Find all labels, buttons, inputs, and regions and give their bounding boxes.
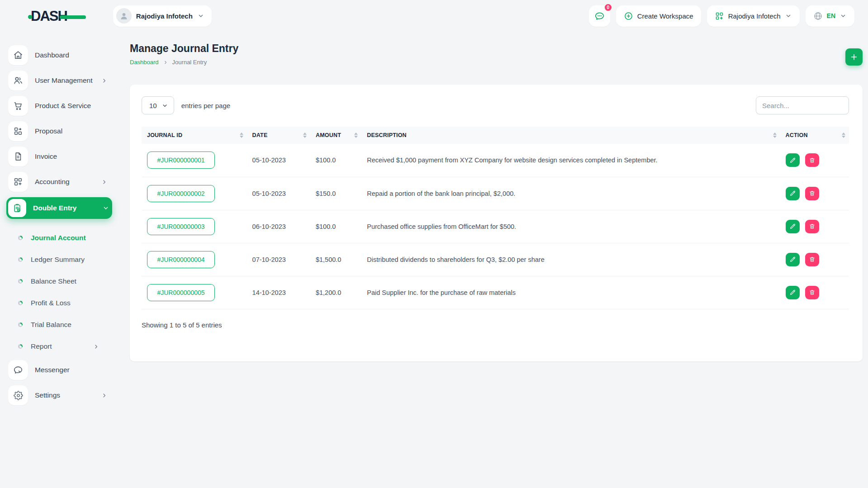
chevron-down-icon xyxy=(840,12,847,19)
sidebar-item-dashboard[interactable]: Dashboard xyxy=(8,45,110,65)
journal-description: Repaid a portion of the bank loan princi… xyxy=(361,177,780,210)
messenger-icon xyxy=(8,360,28,380)
column-header-label: DESCRIPTION xyxy=(367,132,407,138)
person-icon xyxy=(119,11,129,21)
edit-button[interactable] xyxy=(786,286,800,299)
bullet-icon xyxy=(18,322,23,327)
sidebar: DashboardUser ManagementProduct & Servic… xyxy=(0,32,119,411)
journal-date: 14-10-2023 xyxy=(247,276,310,309)
delete-button[interactable] xyxy=(805,253,819,266)
sidebar-item-accounting[interactable]: Accounting xyxy=(8,172,110,192)
journal-date: 07-10-2023 xyxy=(247,243,310,276)
pencil-icon xyxy=(789,289,796,296)
trash-icon xyxy=(809,289,816,296)
sidebar-item-label: Messenger xyxy=(35,366,70,374)
chevron-right-icon xyxy=(101,77,108,84)
workspace-name: Rajodiya Infotech xyxy=(136,12,193,20)
sidebar-item-label: Dashboard xyxy=(35,51,69,59)
edit-button[interactable] xyxy=(786,220,800,233)
home-icon xyxy=(8,45,28,65)
column-header-date: DATE xyxy=(247,127,310,144)
double-entry-icon xyxy=(8,199,26,217)
journal-amount: $1,200.0 xyxy=(310,276,361,309)
bullet-icon xyxy=(18,344,23,349)
create-workspace-button[interactable]: Create Workspace xyxy=(616,5,701,27)
journal-amount: $100.0 xyxy=(310,144,361,177)
workspace-selector[interactable]: Rajodiya Infotech xyxy=(113,5,212,27)
column-header-journal-id: JOURNAL ID xyxy=(142,127,247,144)
delete-button[interactable] xyxy=(805,286,819,299)
journal-description: Paid Supplier Inc. for the purchase of r… xyxy=(361,276,780,309)
journal-entries-table: JOURNAL IDDATEAMOUNTDESCRIPTIONACTION #J… xyxy=(142,127,849,309)
trash-icon xyxy=(809,256,816,263)
sidebar-item-user-management[interactable]: User Management xyxy=(8,71,110,90)
delete-button[interactable] xyxy=(805,220,819,233)
journal-description: Received $1,000 payment from XYZ Company… xyxy=(361,144,780,177)
sidebar-item-double-entry[interactable]: Double Entry xyxy=(6,197,112,219)
journal-id-badge[interactable]: #JUR000000004 xyxy=(147,251,215,268)
chevron-right-icon xyxy=(93,343,100,350)
sidebar-subitem-label: Balance Sheet xyxy=(31,277,76,285)
edit-button[interactable] xyxy=(786,153,800,167)
sidebar-item-settings[interactable]: Settings xyxy=(8,385,110,405)
journal-date: 06-10-2023 xyxy=(247,210,310,243)
sort-icon[interactable] xyxy=(240,133,243,138)
sidebar-subitem-label: Trial Balance xyxy=(31,321,71,329)
edit-button[interactable] xyxy=(786,187,800,200)
sidebar-subitem-profit-loss[interactable]: Profit & Loss xyxy=(8,292,110,314)
breadcrumb-dashboard-link[interactable]: Dashboard xyxy=(130,59,159,66)
trash-icon xyxy=(809,223,816,230)
sidebar-subitem-trial-balance[interactable]: Trial Balance xyxy=(8,314,110,336)
chevron-down-icon xyxy=(102,204,109,212)
sidebar-subitem-label: Ledger Summary xyxy=(31,256,85,264)
sidebar-item-label: User Management xyxy=(35,76,93,85)
sort-icon[interactable] xyxy=(303,133,307,138)
sidebar-subitem-label: Profit & Loss xyxy=(31,299,71,307)
search-input[interactable] xyxy=(756,96,849,114)
column-header-label: AMOUNT xyxy=(316,132,341,138)
company-selector[interactable]: Rajodiya Infotech xyxy=(707,5,800,27)
sidebar-subitem-report[interactable]: Report xyxy=(8,336,110,357)
sidebar-subitem-ledger-summary[interactable]: Ledger Summary xyxy=(8,249,110,270)
journal-description: Purchased office supplies from OfficeMar… xyxy=(361,210,780,243)
sidebar-item-invoice[interactable]: Invoice xyxy=(8,147,110,166)
app-logo: DASH xyxy=(31,9,83,23)
delete-button[interactable] xyxy=(805,153,819,167)
edit-button[interactable] xyxy=(786,253,800,266)
settings-icon xyxy=(8,385,28,405)
breadcrumb: Dashboard Journal Entry xyxy=(130,59,238,66)
sidebar-subitem-label: Journal Account xyxy=(31,234,86,242)
sidebar-item-messenger[interactable]: Messenger xyxy=(8,360,110,380)
trash-icon xyxy=(809,190,816,197)
sidebar-item-product-service[interactable]: Product & Service xyxy=(8,96,110,116)
globe-icon xyxy=(813,11,823,21)
plus-icon xyxy=(849,52,859,62)
page-size-select[interactable]: 10 xyxy=(142,96,174,114)
sidebar-subitem-journal-account[interactable]: Journal Account xyxy=(8,227,110,249)
logo-dot xyxy=(28,15,32,19)
pencil-icon xyxy=(789,190,796,197)
sidebar-subitem-balance-sheet[interactable]: Balance Sheet xyxy=(8,270,110,292)
sidebar-item-label: Product & Service xyxy=(35,102,91,110)
sort-icon[interactable] xyxy=(842,133,845,138)
table-row: #JUR00000000205-10-2023$150.0Repaid a po… xyxy=(142,177,849,210)
sort-icon[interactable] xyxy=(354,133,358,138)
chevron-down-icon xyxy=(785,12,792,19)
create-workspace-label: Create Workspace xyxy=(637,12,693,20)
sidebar-item-label: Settings xyxy=(35,391,60,399)
journal-id-badge[interactable]: #JUR000000005 xyxy=(147,284,215,301)
sidebar-item-proposal[interactable]: Proposal xyxy=(8,121,110,141)
sidebar-item-label: Accounting xyxy=(35,178,70,186)
journal-id-badge[interactable]: #JUR000000003 xyxy=(147,218,215,235)
sort-icon[interactable] xyxy=(773,133,777,138)
pencil-icon xyxy=(789,223,796,230)
messages-button[interactable]: 0 xyxy=(589,5,610,27)
journal-id-badge[interactable]: #JUR000000002 xyxy=(147,185,215,202)
add-journal-entry-button[interactable] xyxy=(845,48,863,66)
journal-amount: $100.0 xyxy=(310,210,361,243)
table-row: #JUR00000000105-10-2023$100.0Received $1… xyxy=(142,144,849,177)
delete-button[interactable] xyxy=(805,187,819,200)
invoice-icon xyxy=(8,147,28,166)
journal-id-badge[interactable]: #JUR000000001 xyxy=(147,152,215,169)
language-selector[interactable]: EN xyxy=(806,5,854,27)
